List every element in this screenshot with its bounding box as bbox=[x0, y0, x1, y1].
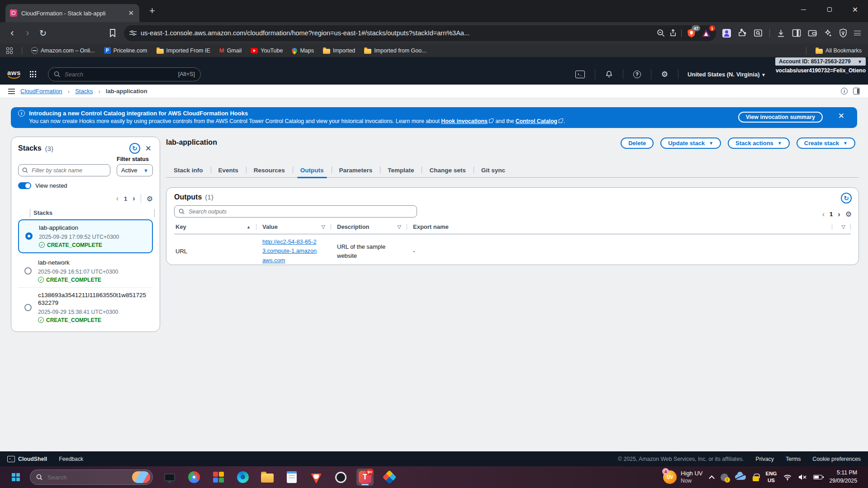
tab-events[interactable]: Events bbox=[211, 163, 246, 177]
bookmark-youtube[interactable]: YouTube bbox=[251, 47, 283, 54]
alert-tray-icon[interactable] bbox=[721, 474, 728, 481]
outputs-search-input[interactable] bbox=[188, 208, 413, 215]
breadcrumb-stacks[interactable]: Stacks bbox=[75, 88, 93, 95]
search-tabs-icon[interactable] bbox=[754, 28, 763, 38]
help-icon[interactable]: ? bbox=[631, 71, 644, 78]
taskbar-app-kite[interactable] bbox=[381, 469, 398, 486]
stack-list-item[interactable]: lab-network 2025-09-29 16:51:07 UTC+0300… bbox=[18, 255, 153, 287]
taskbar-app-notepad[interactable] bbox=[283, 469, 300, 486]
share-icon[interactable] bbox=[669, 29, 677, 37]
hook-invocations-link[interactable]: Hook invocations bbox=[441, 118, 488, 124]
stack-radio[interactable] bbox=[24, 304, 32, 311]
stack-filter-input-wrap[interactable] bbox=[18, 164, 110, 176]
filter-status-select[interactable]: Active ▼ bbox=[117, 164, 153, 176]
brave-shield-icon[interactable]: 47 bbox=[686, 28, 697, 38]
account-id-box[interactable]: Account ID: 8517-2563-2279 ▼ bbox=[775, 57, 866, 66]
filter-icon[interactable]: ▽ bbox=[842, 224, 845, 230]
cloudshell-footer-button[interactable]: ›_ CloudShell bbox=[7, 456, 47, 462]
next-page-icon[interactable]: › bbox=[133, 194, 135, 203]
settings-gear-icon[interactable]: ⚙ bbox=[659, 70, 671, 79]
bookmark-folder-imported-ie[interactable]: Imported From IE bbox=[157, 47, 210, 54]
stack-actions-button[interactable]: Stack actions▼ bbox=[728, 137, 790, 149]
tab-close-icon[interactable]: ✕ bbox=[127, 9, 135, 17]
filter-icon[interactable]: ▽ bbox=[398, 224, 401, 230]
volume-muted-icon[interactable] bbox=[798, 474, 806, 480]
list-preferences-gear-icon[interactable]: ⚙ bbox=[147, 194, 153, 203]
language-indicator[interactable]: ENG US bbox=[766, 470, 777, 484]
taskbar-app-grid[interactable] bbox=[210, 469, 227, 486]
stack-list-item[interactable]: lab-application 2025-09-29 17:09:52 UTC+… bbox=[18, 219, 153, 253]
create-stack-button[interactable]: Create stack▼ bbox=[797, 137, 855, 149]
stack-list-item[interactable]: c138693a3541211l11863550t1w851725632279 … bbox=[18, 287, 153, 327]
bookmark-folder-imported-google[interactable]: Imported from Goo... bbox=[364, 47, 426, 54]
new-tab-button[interactable]: + bbox=[149, 5, 155, 17]
taskbar-app-file-explorer[interactable] bbox=[259, 469, 276, 486]
weather-widget[interactable]: UV 4 High UV Now bbox=[663, 470, 702, 484]
start-button-icon[interactable] bbox=[12, 473, 20, 481]
battery-icon[interactable] bbox=[813, 475, 822, 479]
refresh-stacks-icon[interactable]: ↻ bbox=[129, 143, 140, 154]
site-settings-icon[interactable] bbox=[129, 29, 137, 37]
close-panel-icon[interactable]: ✕ bbox=[144, 144, 153, 153]
back-icon[interactable]: ‹ bbox=[5, 25, 20, 41]
banner-close-icon[interactable]: ✕ bbox=[838, 112, 844, 120]
aws-logo[interactable]: aws bbox=[7, 69, 21, 79]
taskbar-app-brave[interactable] bbox=[308, 469, 325, 486]
taskbar-app-edge[interactable] bbox=[234, 469, 251, 486]
tab-stack-info[interactable]: Stack info bbox=[166, 163, 211, 177]
apps-grid-icon[interactable] bbox=[6, 47, 13, 54]
outputs-prev-page-icon[interactable]: ‹ bbox=[822, 210, 825, 218]
url-text[interactable]: us-east-1.console.aws.amazon.com/cloudfo… bbox=[141, 29, 653, 37]
tab-change-sets[interactable]: Change sets bbox=[422, 163, 473, 177]
info-icon[interactable]: i bbox=[841, 88, 848, 95]
page-number[interactable]: 1 bbox=[124, 195, 127, 202]
zoom-out-icon[interactable] bbox=[657, 29, 665, 37]
maximize-button[interactable] bbox=[816, 0, 842, 19]
tab-parameters[interactable]: Parameters bbox=[332, 163, 380, 177]
tray-expand-chevron-icon[interactable] bbox=[709, 475, 715, 481]
stack-name[interactable]: c138693a3541211l11863550t1w851725632279 bbox=[38, 292, 147, 307]
taskbar-app-t-active[interactable]: T 9+ bbox=[356, 469, 374, 486]
minimize-button[interactable] bbox=[791, 0, 816, 19]
taskbar-search-input[interactable] bbox=[47, 474, 128, 481]
view-invocation-summary-button[interactable]: View invocation summary bbox=[738, 112, 823, 123]
outputs-search-wrap[interactable] bbox=[174, 205, 417, 218]
taskbar-clock[interactable]: 5:11 PM 29/09/2025 bbox=[829, 469, 857, 485]
region-selector[interactable]: United States (N. Virginia) ▼ bbox=[686, 71, 768, 78]
control-catalog-link[interactable]: Control Catalog bbox=[516, 118, 557, 124]
side-nav-toggle-icon[interactable] bbox=[8, 89, 15, 94]
stack-name[interactable]: lab-application bbox=[39, 224, 147, 232]
refresh-outputs-icon[interactable]: ↻ bbox=[841, 193, 852, 204]
account-menu[interactable]: Account ID: 8517-2563-2279 ▼ voclabs/use… bbox=[775, 57, 866, 74]
stack-radio[interactable] bbox=[24, 267, 32, 275]
bookmark-priceline[interactable]: P Priceline.com bbox=[104, 47, 147, 54]
stack-filter-input[interactable] bbox=[31, 167, 106, 174]
column-export-name[interactable]: Export name bbox=[407, 223, 832, 230]
update-stack-button[interactable]: Update stack▼ bbox=[660, 137, 721, 149]
view-nested-toggle[interactable] bbox=[18, 182, 31, 189]
search-highlight-image[interactable] bbox=[132, 471, 150, 483]
url-bar[interactable]: us-east-1.console.aws.amazon.com/cloudfo… bbox=[124, 25, 716, 41]
column-value[interactable]: Value ▽ bbox=[256, 223, 331, 230]
taskbar-app-desktop[interactable] bbox=[161, 469, 178, 486]
delete-button[interactable]: Delete bbox=[621, 137, 654, 149]
stack-radio-selected[interactable] bbox=[25, 232, 33, 240]
outputs-page-number[interactable]: 1 bbox=[830, 211, 833, 218]
aws-search-input[interactable] bbox=[64, 71, 175, 78]
tab-outputs[interactable]: Outputs bbox=[293, 163, 332, 177]
vpn-shield-icon[interactable] bbox=[839, 28, 847, 38]
privacy-link[interactable]: Privacy bbox=[756, 456, 774, 462]
sidebar-panel-icon[interactable] bbox=[792, 29, 801, 37]
forward-icon[interactable]: › bbox=[20, 25, 35, 41]
tab-template[interactable]: Template bbox=[380, 163, 422, 177]
cloudshell-icon[interactable]: ›_ bbox=[573, 71, 588, 78]
wifi-icon[interactable] bbox=[783, 474, 792, 481]
bookmark-amazon[interactable]: Amazon.com – Onli... bbox=[31, 47, 95, 54]
services-menu-icon[interactable] bbox=[30, 71, 36, 77]
outputs-preferences-gear-icon[interactable]: ⚙ bbox=[845, 210, 852, 218]
reload-icon[interactable]: ↻ bbox=[35, 25, 51, 41]
brave-rewards-icon[interactable]: 1 bbox=[701, 28, 711, 38]
notifications-bell-icon[interactable] bbox=[602, 70, 616, 78]
filter-icon[interactable]: ▽ bbox=[322, 224, 325, 230]
breadcrumb-cloudformation[interactable]: CloudFormation bbox=[20, 88, 62, 95]
